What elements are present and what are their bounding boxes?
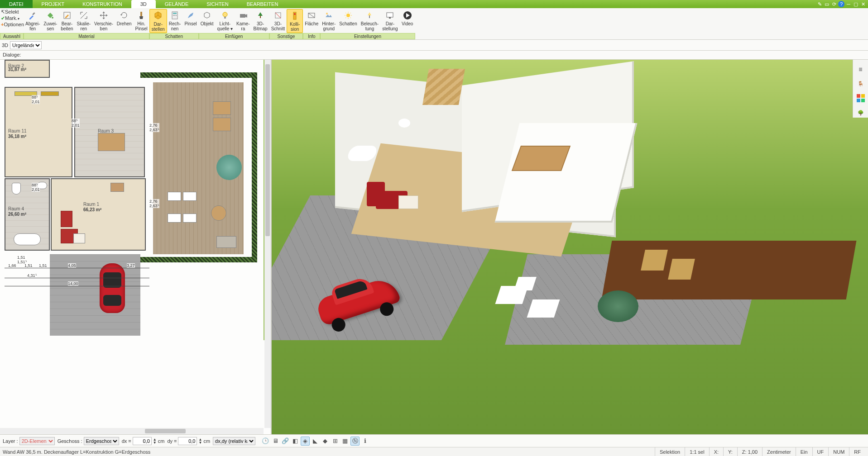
scrollbar-vertical[interactable] xyxy=(264,60,271,428)
move-icon xyxy=(98,10,110,21)
svg-rect-11 xyxy=(240,14,245,18)
car-2d xyxy=(100,263,125,313)
drehen-button[interactable]: Drehen xyxy=(115,9,134,27)
group-label: Material xyxy=(24,33,149,39)
close-icon[interactable]: ✕ xyxy=(860,1,866,7)
check-icon: ✔ xyxy=(1,15,5,21)
north-icon[interactable]: Ⓝ xyxy=(350,437,360,446)
grid-icon[interactable]: ▦ xyxy=(340,437,350,446)
dx-input[interactable] xyxy=(133,437,152,445)
dy-input[interactable] xyxy=(178,437,197,445)
rechnen-button[interactable]: Rech- nen xyxy=(167,9,183,32)
ribbon-label: Fläche xyxy=(305,21,318,26)
schatten2-button[interactable]: Schatten xyxy=(337,9,359,27)
pane-2d[interactable]: Raum 2 31,87 m² Raum 11 36,18 m² Raum 3 … xyxy=(0,60,272,434)
pinsel-button[interactable]: Pinsel xyxy=(182,9,198,27)
snap-ortho-icon[interactable]: ◆ xyxy=(321,437,330,446)
pane-3d[interactable]: ≣ 🪑 🌳 xyxy=(272,60,868,434)
snap-mid-icon[interactable]: ⊞ xyxy=(331,437,340,446)
schnitt-button[interactable]: 3D- Schnitt xyxy=(269,9,287,32)
tab-projekt[interactable]: PROJEKT xyxy=(33,0,74,8)
tab-konstruktion[interactable]: KONSTRUKTION xyxy=(73,0,131,8)
object-icon xyxy=(201,10,213,21)
zuweisen-button[interactable]: Zuwei- sen xyxy=(42,9,59,32)
screen-icon[interactable]: ▭ xyxy=(824,1,830,7)
layer-dropdown[interactable]: 2D-Elemen xyxy=(19,437,55,445)
geschoss-dropdown[interactable]: Erdgeschos xyxy=(84,437,119,445)
ribbon-label: Pinsel xyxy=(184,21,197,26)
minimize-icon[interactable]: ─ xyxy=(845,1,852,7)
cube-shadow-icon xyxy=(152,10,164,21)
dim-label: 1,66 xyxy=(8,263,16,268)
svg-point-6 xyxy=(173,15,174,16)
tab-datei[interactable]: DATEI xyxy=(0,0,33,8)
darstellen-button[interactable]: Dar- stellen xyxy=(149,9,167,33)
dim-label: 3,27 xyxy=(127,263,135,268)
scrollbar-horizontal[interactable] xyxy=(0,428,264,434)
room-area: 26,60 m² xyxy=(8,212,26,217)
tab-sichten[interactable]: SICHTEN xyxy=(197,0,237,8)
info-icon[interactable]: ℹ xyxy=(360,437,369,446)
flaeche-button[interactable]: Fläche xyxy=(303,9,320,27)
camera-icon xyxy=(237,10,249,21)
tab-3d[interactable]: 3D xyxy=(131,0,156,8)
snap1-icon[interactable]: ◧ xyxy=(291,437,300,446)
workspace: Raum 2 31,87 m² Raum 11 36,18 m² Raum 3 … xyxy=(0,60,868,434)
room-label: Raum 4 xyxy=(8,206,24,211)
refresh-icon[interactable]: ⟳ xyxy=(831,1,837,7)
bitmap-button[interactable]: 3D- Bitmap xyxy=(252,9,269,32)
svg-rect-19 xyxy=(369,15,370,18)
options-button[interactable]: +Optionen xyxy=(1,22,24,27)
monitor-icon[interactable]: 🖥 xyxy=(271,437,280,446)
svg-point-17 xyxy=(326,13,328,14)
dim-label: 1,511,51⁵ xyxy=(17,255,27,264)
status-x: X: xyxy=(709,447,723,456)
svg-point-8 xyxy=(176,15,177,16)
kollision-button[interactable]: Kolli- sion xyxy=(287,9,303,33)
status-ratio: 1:1 sel xyxy=(685,447,709,456)
ribbon-label: 3D- Bitmap xyxy=(254,21,268,31)
verschieben-button[interactable]: Verschie- ben xyxy=(92,9,115,32)
tree-flat-icon[interactable]: 🌳 xyxy=(856,108,866,118)
group-label: Einstellungen xyxy=(320,33,415,39)
svg-point-18 xyxy=(346,14,350,17)
rotate-icon xyxy=(118,10,130,21)
skalieren-button[interactable]: Skalie- ren xyxy=(75,9,93,32)
hintergrund-button[interactable]: Hinter- grund xyxy=(320,9,337,32)
coord-mode-dropdown[interactable]: dx,dy (relativ ka xyxy=(213,437,255,445)
bearbeiten-button[interactable]: Bear- beiten xyxy=(59,9,75,32)
play-icon xyxy=(402,10,413,21)
svg-point-1 xyxy=(52,17,53,19)
abgreifen-button[interactable]: Abgrei- fen xyxy=(24,9,42,32)
chair-icon[interactable]: 🪑 xyxy=(856,79,866,89)
video-button[interactable]: Video xyxy=(400,9,415,27)
link-icon[interactable]: 🔗 xyxy=(281,437,290,446)
kamera-button[interactable]: Kame- ra xyxy=(235,9,251,32)
hinpinsel-button[interactable]: Hin. Pinsel xyxy=(134,9,149,32)
snap-angle-icon[interactable]: ◣ xyxy=(311,437,320,446)
clock-icon[interactable]: 🕒 xyxy=(261,437,270,446)
layer-select[interactable]: Urgelände xyxy=(10,41,42,49)
tab-bearbeiten[interactable]: BEARBEITEN xyxy=(238,0,288,8)
mark-button[interactable]: ✔Mark.▾ xyxy=(1,15,19,21)
tab-gelaende[interactable]: GELÄNDE xyxy=(156,0,198,8)
ribbon-label: Dar- stellen xyxy=(152,22,165,32)
status-selektion: Selektion xyxy=(655,447,685,456)
maximize-icon[interactable]: ▢ xyxy=(853,1,859,7)
eyedropper-icon xyxy=(27,10,38,21)
cut-icon xyxy=(272,10,284,21)
pencil-icon[interactable]: ✎ xyxy=(816,1,823,7)
beleuchtung-button[interactable]: Beleuch- tung xyxy=(359,9,380,32)
help-icon[interactable]: ? xyxy=(838,1,844,7)
snap2-icon[interactable]: ◈ xyxy=(301,437,310,446)
select-button[interactable]: ↸Selekt xyxy=(1,9,19,15)
titlebar-buttons: ✎ ▭ ⟳ ? ─ ▢ ✕ xyxy=(816,0,868,8)
room-area: 31,87 m² xyxy=(8,67,26,72)
room-area: 36,18 m² xyxy=(8,134,26,139)
palette-icon[interactable] xyxy=(856,93,866,103)
licht-button[interactable]: Licht- quelle ▾ xyxy=(216,9,235,32)
darstellung-button[interactable]: Dar- stellung xyxy=(380,9,399,32)
objekt-button[interactable]: Objekt xyxy=(199,9,216,27)
layers-icon[interactable]: ≣ xyxy=(856,64,866,74)
ribbon-label: Zuwei- sen xyxy=(43,21,57,31)
